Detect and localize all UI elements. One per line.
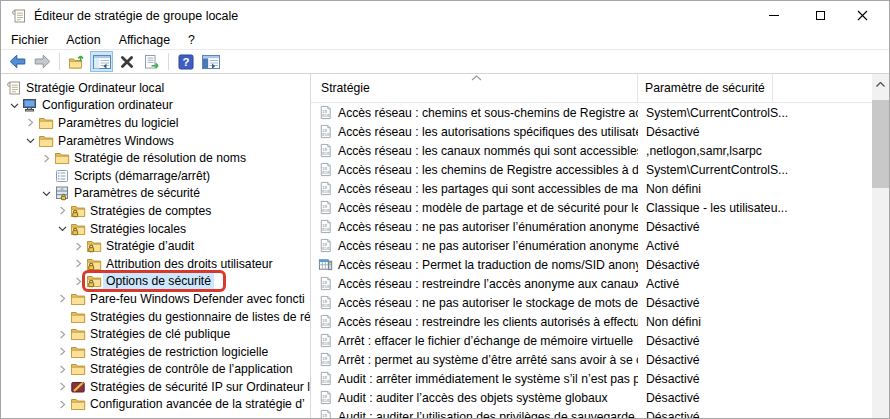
tree-item[interactable]: Stratégies du gestionnaire de listes de … bbox=[1, 308, 310, 326]
chevron-down-icon[interactable] bbox=[23, 132, 37, 149]
tree-item[interactable]: Pare-feu Windows Defender avec foncti bbox=[1, 290, 310, 308]
security-setting-cell: Non défini bbox=[638, 182, 858, 196]
policy-row[interactable]: Accès réseau : Permet la traduction de n… bbox=[311, 255, 889, 274]
chevron-right-icon[interactable] bbox=[71, 238, 85, 255]
chevron-down-icon[interactable] bbox=[39, 185, 53, 202]
policy-row[interactable]: 10010Audit : auditer l’accès des objets … bbox=[311, 388, 889, 407]
chevron-right-icon[interactable] bbox=[39, 150, 53, 167]
tree-item[interactable]: Scripts (démarrage/arrêt) bbox=[1, 167, 310, 185]
policy-document-icon: 10010 bbox=[318, 295, 333, 310]
policy-row[interactable]: 10010Accès réseau : ne pas autoriser le … bbox=[311, 293, 889, 312]
show-action-pane-button[interactable] bbox=[199, 51, 222, 72]
policy-row[interactable]: 10010Accès réseau : chemins et sous-chem… bbox=[311, 103, 889, 122]
chevron-right-icon[interactable] bbox=[55, 290, 69, 307]
chevron-right-icon[interactable] bbox=[55, 343, 69, 360]
column-header-parametre[interactable]: Paramètre de sécurité bbox=[638, 74, 773, 102]
policy-name-cell: 10010Accès réseau : modèle de partage et… bbox=[311, 200, 638, 215]
up-one-level-button[interactable] bbox=[65, 51, 88, 72]
tree-item[interactable]: Configuration avancée de la stratégie d’ bbox=[1, 396, 310, 414]
forward-icon bbox=[34, 54, 51, 69]
policy-row[interactable]: 10010Accès réseau : les chemins de Regis… bbox=[311, 160, 889, 179]
chevron-right-icon[interactable] bbox=[71, 255, 85, 272]
policy-row[interactable]: 10010Audit : auditer l’utilisation des p… bbox=[311, 407, 889, 418]
delete-button[interactable] bbox=[115, 51, 138, 72]
vertical-scrollbar[interactable] bbox=[872, 74, 889, 418]
chevron-right-icon[interactable] bbox=[55, 361, 69, 378]
tree-item[interactable]: Paramètres du logiciel bbox=[1, 114, 310, 132]
policy-name-cell: Accès réseau : Permet la traduction de n… bbox=[311, 257, 638, 272]
chevron-down-icon[interactable] bbox=[7, 97, 21, 114]
policy-row[interactable]: 10010Accès réseau : les partages qui son… bbox=[311, 179, 889, 198]
tree-item[interactable]: Stratégies de contrôle de l’application bbox=[1, 361, 310, 379]
policy-row[interactable]: 10010Arrêt : effacer le fichier d’échang… bbox=[311, 331, 889, 350]
scroll-up-button[interactable] bbox=[872, 74, 889, 94]
chevron-down-icon[interactable] bbox=[55, 220, 69, 237]
policy-row[interactable]: 10010Accès réseau : modèle de partage et… bbox=[311, 198, 889, 217]
help-button[interactable]: ? bbox=[174, 51, 197, 72]
tree-item[interactable]: Stratégie Ordinateur local bbox=[1, 79, 310, 97]
chevron-right-icon[interactable] bbox=[55, 378, 69, 395]
tree-item[interactable]: Paramètres Windows bbox=[1, 132, 310, 150]
back-icon bbox=[9, 54, 26, 69]
chevron-right-icon[interactable] bbox=[23, 114, 37, 131]
menu-help[interactable]: ? bbox=[179, 31, 204, 49]
policy-name-cell: 10010Audit : arrêter immédiatement le sy… bbox=[311, 371, 638, 386]
policy-name-cell: 10010Audit : auditer l’accès des objets … bbox=[311, 390, 638, 405]
toolbar: ? bbox=[1, 50, 889, 74]
policy-name: Arrêt : permet au système d’être arrêté … bbox=[338, 353, 638, 367]
back-button[interactable] bbox=[6, 51, 29, 72]
policy-name: Audit : arrêter immédiatement le système… bbox=[338, 372, 638, 386]
chevron-right-icon[interactable] bbox=[71, 273, 85, 290]
policy-row[interactable]: 10010Accès réseau : restreindre l’accès … bbox=[311, 274, 889, 293]
chevron-right-icon[interactable] bbox=[55, 202, 69, 219]
maximize-icon bbox=[816, 11, 825, 20]
tree-item[interactable]: Stratégies de restriction logicielle bbox=[1, 343, 310, 361]
tree-item[interactable]: Options de sécurité bbox=[1, 273, 310, 291]
tree-node: Stratégies locales bbox=[69, 221, 189, 237]
chevron-right-icon[interactable] bbox=[55, 396, 69, 413]
tree-item[interactable]: Stratégies de clé publique bbox=[1, 325, 310, 343]
tree-item[interactable]: Stratégie de résolution de noms bbox=[1, 149, 310, 167]
close-button[interactable] bbox=[843, 1, 889, 30]
chevron-right-icon[interactable] bbox=[55, 326, 69, 343]
tree-item[interactable]: Paramètres de sécurité bbox=[1, 185, 310, 203]
maximize-button[interactable] bbox=[797, 1, 843, 30]
forward-button[interactable] bbox=[31, 51, 54, 72]
export-list-button[interactable] bbox=[140, 51, 163, 72]
menu-affichage[interactable]: Affichage bbox=[110, 31, 179, 49]
tree-item[interactable]: Stratégies de comptes bbox=[1, 202, 310, 220]
minimize-button[interactable] bbox=[751, 1, 797, 30]
export-list-icon bbox=[143, 54, 160, 70]
security-setting-cell: ,netlogon,samr,lsarpc bbox=[638, 144, 858, 158]
svg-text:010: 010 bbox=[322, 379, 330, 384]
tree-item[interactable]: Stratégies locales bbox=[1, 220, 310, 238]
svg-text:010: 010 bbox=[322, 170, 330, 175]
security-setting-cell: Activé bbox=[638, 239, 858, 253]
policy-row[interactable]: 10010Audit : arrêter immédiatement le sy… bbox=[311, 369, 889, 388]
tree-item[interactable]: Stratégie d’audit bbox=[1, 237, 310, 255]
policy-document-icon: 10010 bbox=[318, 162, 333, 177]
gpedit-window: Éditeur de stratégie de groupe locale Fi… bbox=[0, 0, 890, 419]
policy-row[interactable]: 10010Arrêt : permet au système d’être ar… bbox=[311, 350, 889, 369]
scrollbar-thumb[interactable] bbox=[872, 100, 889, 188]
policy-row[interactable]: 10010Accès réseau : les canaux nommés qu… bbox=[311, 141, 889, 160]
svg-text:010: 010 bbox=[322, 132, 330, 137]
policy-name-cell: 10010Accès réseau : les partages qui son… bbox=[311, 181, 638, 196]
tree-item-label: Attribution des droits utilisateur bbox=[103, 256, 276, 272]
menu-action[interactable]: Action bbox=[57, 31, 109, 49]
tree-node: Options de sécurité bbox=[85, 273, 214, 289]
policy-row[interactable]: 10010Accès réseau : les autorisations sp… bbox=[311, 122, 889, 141]
tree-item[interactable]: Stratégies de sécurité IP sur Ordinateur… bbox=[1, 378, 310, 396]
policy-row[interactable]: 10010Accès réseau : ne pas autoriser l’é… bbox=[311, 217, 889, 236]
tree-item[interactable]: Configuration ordinateur bbox=[1, 97, 310, 115]
tree-item[interactable]: Attribution des droits utilisateur bbox=[1, 255, 310, 273]
tree-node: Paramètres de sécurité bbox=[53, 185, 203, 201]
tree-node: Stratégie Ordinateur local bbox=[5, 80, 167, 96]
svg-text:010: 010 bbox=[322, 398, 330, 403]
tree-item-label: Stratégies de restriction logicielle bbox=[87, 344, 271, 360]
sort-ascending-icon bbox=[471, 75, 482, 81]
policy-row[interactable]: 10010Accès réseau : restreindre les clie… bbox=[311, 312, 889, 331]
menu-fichier[interactable]: Fichier bbox=[2, 31, 57, 49]
policy-row[interactable]: 10010Accès réseau : ne pas autoriser l’é… bbox=[311, 236, 889, 255]
show-console-tree-button[interactable] bbox=[90, 51, 113, 72]
